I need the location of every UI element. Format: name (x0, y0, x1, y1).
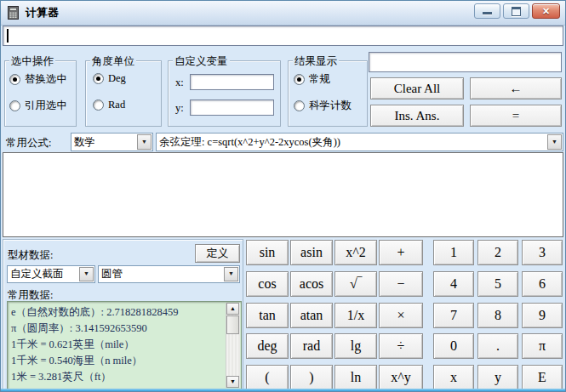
key-sin[interactable]: sin (246, 240, 289, 265)
key-7[interactable]: 7 (433, 303, 474, 328)
key-lg[interactable]: lg (334, 333, 377, 359)
backspace-button[interactable]: ← (470, 77, 562, 99)
radio-rad-label: Rad (108, 99, 125, 111)
var-x-label: x: (175, 77, 184, 89)
var-y-input[interactable] (190, 99, 274, 116)
common-data-box: e（自然对数的底）: 2.718281828459π（圆周率）: 3.14159… (7, 301, 242, 389)
chevron-down-icon[interactable]: ▼ (137, 134, 152, 150)
arrow-down-icon: ▼ (230, 379, 236, 385)
key-paren-open[interactable]: ( (246, 365, 289, 390)
key-5[interactable]: 5 (477, 271, 518, 297)
radio-replace-selection[interactable] (9, 74, 20, 85)
key-decimal[interactable]: . (477, 333, 518, 359)
var-x-input[interactable] (190, 74, 274, 90)
group-result-display: 结果显示 常规 科学计数 (288, 60, 368, 127)
workspace-area[interactable] (3, 152, 563, 237)
calculator-window: 计算器 ✕ 选中操作 替换选中 引用选中 角度单位 Deg Rad (0, 0, 566, 392)
key-4[interactable]: 4 (433, 271, 474, 297)
key-8[interactable]: 8 (477, 303, 518, 328)
radio-rad[interactable] (93, 99, 104, 111)
chevron-down-icon[interactable]: ▼ (79, 267, 94, 281)
key-9[interactable]: 9 (522, 303, 563, 328)
var-y-label: y: (175, 102, 184, 115)
group-selection-mode: 选中操作 替换选中 引用选中 (4, 60, 77, 127)
chevron-down-icon[interactable]: ▼ (224, 267, 238, 281)
key-reciprocal[interactable]: 1/x (334, 303, 377, 328)
maximize-icon (512, 7, 521, 16)
data-line: 1千米 = 0.540海里（n mile） (11, 353, 224, 369)
chevron-down-icon[interactable]: ▼ (547, 134, 562, 150)
arrow-up-icon: ▲ (230, 306, 236, 312)
key-pi[interactable]: π (522, 333, 563, 359)
minimize-button[interactable] (474, 3, 500, 19)
key-cos[interactable]: cos (246, 271, 289, 297)
key-x-squared[interactable]: x^2 (334, 240, 377, 265)
key-multiply[interactable]: × (379, 303, 423, 328)
formula-select[interactable]: 余弦定理: c=sqrt(x^2+y^2-2xycos(夹角)) ▼ (156, 133, 563, 151)
key-exp-e[interactable]: E (522, 365, 563, 390)
key-3[interactable]: 3 (522, 240, 563, 265)
shape-select[interactable]: 圆管 ▼ (98, 265, 240, 283)
key-sqrt[interactable]: √‾ (334, 271, 377, 297)
formula-select-value: 余弦定理: c=sqrt(x^2+y^2-2xycos(夹角)) (159, 134, 547, 151)
radio-scientific[interactable] (294, 100, 305, 111)
group-angle-unit: 角度单位 Deg Rad (85, 60, 162, 127)
radio-deg[interactable] (93, 73, 104, 84)
key-asin[interactable]: asin (290, 240, 333, 265)
key-plus[interactable]: + (379, 240, 423, 265)
group-custom-variables: 自定义变量 x: y: (168, 60, 281, 127)
data-line: 1米 = 3.281英尺（ft） (11, 369, 224, 385)
radio-deg-label: Deg (108, 72, 126, 85)
radio-reference-selection-label: 引用选中 (25, 99, 67, 113)
title-bar[interactable]: 计算器 ✕ (1, 1, 565, 26)
key-tan[interactable]: tan (246, 303, 289, 328)
formula-category-select[interactable]: 数学 ▼ (71, 133, 153, 151)
key-1[interactable]: 1 (433, 240, 474, 265)
radio-reference-selection[interactable] (9, 100, 20, 111)
key-minus[interactable]: − (379, 271, 423, 297)
group-result-title: 结果显示 (293, 54, 339, 69)
window-title: 计算器 (26, 5, 59, 20)
key-ln[interactable]: ln (334, 365, 377, 390)
text-caret (7, 29, 9, 43)
key-rad[interactable]: rad (290, 333, 333, 359)
profile-panel-title: 型材数据: (8, 248, 53, 263)
formula-bar-label: 常用公式: (6, 136, 51, 151)
close-icon: ✕ (542, 7, 550, 16)
radio-scientific-label: 科学计数 (309, 99, 352, 113)
key-acos[interactable]: acos (290, 271, 333, 297)
result-field[interactable] (369, 52, 562, 72)
group-angle-title: 角度单位 (90, 54, 136, 69)
key-var-y[interactable]: y (477, 365, 518, 390)
data-line: π（圆周率）: 3.141592653590 (11, 321, 224, 337)
define-button[interactable]: 定义 (195, 244, 240, 263)
close-button[interactable]: ✕ (532, 3, 560, 19)
clear-all-button[interactable]: Clear All (370, 77, 464, 99)
key-6[interactable]: 6 (522, 271, 563, 297)
data-line: 1千米 = 0.621英里（mile） (11, 337, 224, 353)
key-paren-close[interactable]: ) (290, 365, 333, 390)
maximize-button[interactable] (503, 3, 529, 19)
key-divide[interactable]: ÷ (379, 333, 423, 359)
minimize-icon (483, 12, 492, 14)
data-line: e（自然对数的底）: 2.718281828459 (11, 304, 224, 321)
radio-replace-selection-label: 替换选中 (25, 72, 67, 87)
section-type-value: 自定义截面 (10, 266, 79, 282)
scroll-up-button[interactable]: ▲ (226, 303, 239, 315)
section-type-select[interactable]: 自定义截面 ▼ (7, 265, 95, 283)
key-atan[interactable]: atan (290, 303, 333, 328)
equals-button[interactable]: = (470, 105, 562, 127)
scrollbar-thumb[interactable] (226, 315, 239, 334)
radio-normal[interactable] (294, 74, 305, 85)
key-var-x[interactable]: x (433, 365, 474, 390)
key-0[interactable]: 0 (433, 333, 474, 359)
shape-value: 圆管 (101, 266, 224, 282)
key-2[interactable]: 2 (477, 240, 518, 265)
insert-answer-button[interactable]: Ins. Ans. (370, 105, 464, 127)
expression-input[interactable] (3, 26, 563, 46)
vertical-scrollbar[interactable]: ▲ ▼ (226, 303, 240, 388)
key-x-power-y[interactable]: x^y (379, 365, 423, 390)
key-deg[interactable]: deg (246, 333, 289, 359)
calculator-icon (7, 6, 20, 20)
scroll-down-button[interactable]: ▼ (226, 376, 239, 388)
